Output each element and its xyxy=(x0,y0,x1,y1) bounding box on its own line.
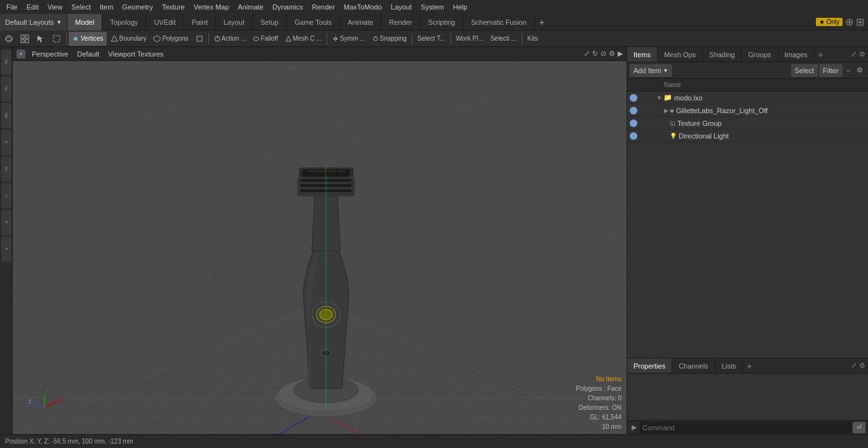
props-tab-add-button[interactable]: + xyxy=(743,358,756,373)
sidebar-btn-2[interactable]: Du xyxy=(1,76,11,102)
item-arrow-gillette[interactable]: ▶ xyxy=(664,107,668,114)
viewport-default-label[interactable]: Default xyxy=(74,50,102,58)
action-button[interactable]: Action ... xyxy=(211,32,250,46)
item-eye-modo-lxo[interactable] xyxy=(630,94,637,102)
viewport-perspective-label[interactable]: Perspective xyxy=(29,50,71,58)
item-row-directional-light[interactable]: ▶ 💡 Directional Light xyxy=(627,130,868,142)
add-item-button[interactable]: Add Item ▼ xyxy=(630,64,672,77)
vertices-button[interactable]: Vertices xyxy=(69,32,107,46)
item-arrow-modo-lxo[interactable]: ▼ xyxy=(656,95,662,101)
menu-help[interactable]: Help xyxy=(449,2,471,12)
sidebar-btn-3[interactable]: Me xyxy=(1,103,11,128)
tab-groups[interactable]: Groups xyxy=(742,47,778,62)
tool-select-btn[interactable] xyxy=(49,32,64,46)
right-panel-settings-icon[interactable]: ⚙ xyxy=(859,50,865,58)
layout-settings-icon[interactable]: ⊕ xyxy=(845,16,853,28)
tab-topology[interactable]: Topology xyxy=(102,14,146,31)
item-row-modo-lxo[interactable]: ▼ 📁 modo.lxo xyxy=(627,92,868,104)
select-t-button[interactable]: Select T... xyxy=(414,32,449,46)
boundary-button[interactable]: Boundary xyxy=(107,32,150,46)
tab-items[interactable]: Items xyxy=(627,47,658,62)
sidebar-btn-5[interactable]: Po xyxy=(1,156,11,182)
sidebar-btn-6[interactable]: C xyxy=(1,183,11,208)
tool-cursor-btn[interactable] xyxy=(33,32,48,46)
filter-button[interactable]: Filter xyxy=(819,64,842,77)
poly-icon-btn[interactable] xyxy=(193,32,207,46)
tab-game-tools[interactable]: Game Tools xyxy=(287,14,340,31)
tab-uvedit[interactable]: UVEdit xyxy=(146,14,184,31)
menu-animate[interactable]: Animate xyxy=(234,2,267,12)
mesh-button[interactable]: Mesh C ... xyxy=(282,32,325,46)
tab-channels[interactable]: Channels xyxy=(672,358,715,373)
tab-paint[interactable]: Paint xyxy=(184,14,216,31)
item-eye-gillette[interactable] xyxy=(630,107,637,114)
viewport-toggle[interactable]: ● xyxy=(17,50,25,58)
tool-grid-btn[interactable] xyxy=(17,32,32,46)
items-settings-icon[interactable]: ⚙ xyxy=(854,65,865,76)
selecti-button[interactable]: Selecti ... xyxy=(487,32,520,46)
tool-sphere-btn[interactable] xyxy=(1,32,17,46)
tab-model[interactable]: Model xyxy=(67,14,102,31)
tab-schematic-fusion[interactable]: Schematic Fusion xyxy=(463,14,534,31)
work-plane-button[interactable]: Work Pl... xyxy=(453,32,487,46)
menu-texture[interactable]: Texture xyxy=(158,2,189,12)
menu-item[interactable]: Item xyxy=(96,2,117,12)
item-row-texture-group[interactable]: ▶ ◱ Texture Group xyxy=(627,117,868,130)
tab-scripting[interactable]: Scripting xyxy=(420,14,463,31)
props-settings-icon[interactable]: ⚙ xyxy=(859,362,865,370)
tab-shading[interactable]: Shading xyxy=(703,47,742,62)
right-tab-add-button[interactable]: + xyxy=(815,47,827,62)
viewport-icon-play[interactable]: ▶ xyxy=(618,50,623,58)
viewport-icon-zoom[interactable]: ⊙ xyxy=(600,50,606,58)
falloff-button[interactable]: Falloff xyxy=(250,32,281,46)
viewport-canvas[interactable]: X Y Z No Items Polygons : Face Channels:… xyxy=(13,61,627,434)
menu-maxtomodo[interactable]: MaxToModo xyxy=(340,2,386,12)
star-only-badge[interactable]: ★ Only xyxy=(816,18,843,26)
menu-vertex-map[interactable]: Vertex Map xyxy=(190,2,233,12)
tab-lists[interactable]: Lists xyxy=(715,358,743,373)
kits-button[interactable]: Kits xyxy=(524,32,541,46)
layout-fullscreen-icon[interactable]: ⊞ xyxy=(856,16,864,28)
command-execute-button[interactable]: ⏎ xyxy=(853,422,865,433)
menu-edit[interactable]: Edit xyxy=(23,2,43,12)
menu-geometry[interactable]: Geometry xyxy=(118,2,156,12)
sidebar-btn-8[interactable]: F xyxy=(1,236,11,262)
menu-select[interactable]: Select xyxy=(67,2,95,12)
sidebar-btn-7[interactable]: P xyxy=(1,210,11,235)
sidebar-btn-1[interactable]: De xyxy=(1,50,11,75)
tab-images[interactable]: Images xyxy=(778,47,815,62)
tab-mesh-ops[interactable]: Mesh Ops xyxy=(658,47,703,62)
props-expand-icon[interactable]: ⤢ xyxy=(851,362,857,370)
svg-rect-3 xyxy=(25,35,29,38)
item-eye-texture-group[interactable] xyxy=(630,119,637,127)
sidebar-btn-4[interactable]: E xyxy=(1,130,11,155)
menu-file[interactable]: File xyxy=(3,2,22,12)
polygons-button[interactable]: Polygons xyxy=(150,32,191,46)
tab-layout[interactable]: Layout xyxy=(216,14,253,31)
symm-button[interactable]: Symm ... xyxy=(329,32,368,46)
select-button[interactable]: Select xyxy=(791,64,818,77)
tab-render[interactable]: Render xyxy=(381,14,420,31)
svg-rect-11 xyxy=(197,36,202,41)
tab-properties[interactable]: Properties xyxy=(627,358,672,373)
layout-add-button[interactable]: + xyxy=(535,14,549,31)
menu-render[interactable]: Render xyxy=(308,2,339,12)
item-row-gillette[interactable]: ▶ ◈ GilletteLabs_Razor_Light_Off xyxy=(627,104,868,117)
viewport-icon-rotate[interactable]: ↻ xyxy=(592,50,598,58)
tab-setup[interactable]: Setup xyxy=(253,14,287,31)
menu-layout[interactable]: Layout xyxy=(387,2,416,12)
layout-dropdown[interactable]: Default Layouts ▼ xyxy=(0,14,67,31)
menu-view[interactable]: View xyxy=(44,2,67,12)
viewport-icon-move[interactable]: ⤢ xyxy=(584,50,590,58)
viewport-texture-label[interactable]: Viewport Textures xyxy=(105,50,166,58)
command-arrow-icon[interactable]: ▶ xyxy=(630,423,639,431)
tab-animate[interactable]: Animate xyxy=(340,14,381,31)
snapping-button[interactable]: Snapping xyxy=(369,32,410,46)
right-panel-expand-icon[interactable]: ⤢ xyxy=(851,50,857,58)
items-minus-icon[interactable]: − xyxy=(844,65,853,76)
menu-system[interactable]: System xyxy=(417,2,448,12)
viewport-icon-settings[interactable]: ⚙ xyxy=(609,50,615,58)
item-eye-light[interactable] xyxy=(630,132,637,140)
menu-dynamics[interactable]: Dynamics xyxy=(269,2,307,12)
command-input[interactable] xyxy=(640,422,851,433)
